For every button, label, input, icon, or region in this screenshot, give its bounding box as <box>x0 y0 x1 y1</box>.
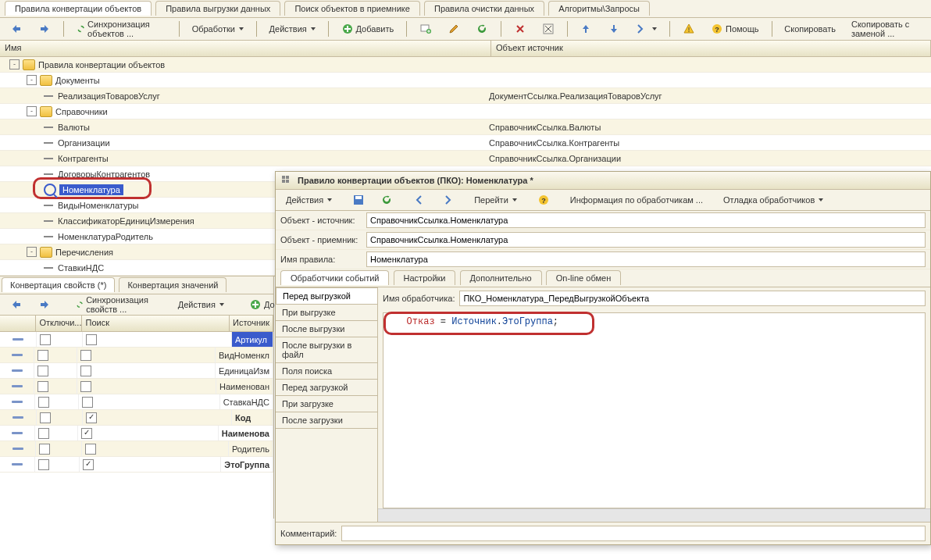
disable-checkbox[interactable] <box>37 381 48 392</box>
disable-checkbox[interactable] <box>40 412 51 423</box>
handler-item[interactable]: Перед выгрузкой <box>276 287 377 305</box>
tab-extra[interactable]: Дополнительно <box>460 270 542 285</box>
popup-help-button[interactable]: ? <box>532 191 555 209</box>
prop-table-body[interactable]: АртикулВидНоменклЕдиницаИзмНаименованСта… <box>0 332 273 473</box>
handler-item[interactable]: При загрузке <box>276 396 377 412</box>
prop-row[interactable]: ВидНоменкл <box>0 348 273 363</box>
col-name[interactable]: Имя <box>0 41 491 56</box>
scrollbar-area[interactable] <box>378 508 930 519</box>
prop-row[interactable]: ЕдиницаИзм <box>0 363 273 379</box>
refresh2-button[interactable] <box>375 191 398 209</box>
prop-source-cell[interactable]: Наименован <box>216 379 273 394</box>
prop-source-cell[interactable]: Наименова <box>219 426 273 441</box>
save-button[interactable] <box>347 191 370 209</box>
disable-checkbox[interactable] <box>38 459 49 470</box>
prop-row[interactable]: Артикул <box>0 332 273 348</box>
prop-row[interactable]: ЭтоГруппа <box>0 457 273 473</box>
tree-expander[interactable]: - <box>9 59 20 70</box>
tab-online[interactable]: On-line обмен <box>546 270 621 285</box>
add-button[interactable]: Добавить <box>336 20 400 38</box>
col-off[interactable]: Отключи... <box>36 316 82 331</box>
nav-back-button[interactable] <box>5 20 28 38</box>
dst-object-input[interactable] <box>366 232 926 248</box>
sync-props-button[interactable]: Синхронизация свойств ... <box>70 295 159 314</box>
prop-row[interactable]: Родитель <box>0 441 273 457</box>
help-button[interactable]: ?Помощь <box>705 20 765 38</box>
tab-settings[interactable]: Настройки <box>394 270 456 285</box>
col-src[interactable]: Источник <box>230 316 273 331</box>
handler-item[interactable]: Поля поиска <box>276 363 377 380</box>
search-checkbox[interactable] <box>85 444 96 455</box>
handler-item[interactable]: Перед загрузкой <box>276 380 377 396</box>
copy-replace-button[interactable]: Скопировать с заменой ... <box>846 20 931 38</box>
goto-button[interactable]: Перейти <box>469 191 523 209</box>
tree-expander[interactable]: - <box>27 75 37 85</box>
nav-fwd-button[interactable] <box>33 295 56 314</box>
prop-row[interactable]: Наименован <box>0 379 273 394</box>
search-checkbox[interactable] <box>80 350 91 361</box>
prop-row[interactable]: Наименова <box>0 426 273 441</box>
tree-row[interactable]: РеализацияТоваровУслугДокументСсылка.Реа… <box>0 88 931 104</box>
col-source[interactable]: Объект источник <box>491 41 931 56</box>
actions-button[interactable]: Действия <box>264 20 321 38</box>
handler-info-button[interactable]: Информация по обработчикам ... <box>565 191 708 209</box>
handlers-button[interactable]: Обработки <box>187 20 249 38</box>
prop-actions-button[interactable]: Действия <box>173 295 230 314</box>
tree-row[interactable]: -Правила конвертации объектов <box>0 57 931 73</box>
col-find[interactable]: Поиск <box>82 316 230 331</box>
col-mark[interactable] <box>0 316 36 331</box>
move-up-button[interactable] <box>574 20 597 38</box>
move-button[interactable] <box>630 20 662 38</box>
disable-checkbox[interactable] <box>38 397 49 408</box>
prop-row[interactable]: СтавкаНДС <box>0 394 273 410</box>
popup-titlebar[interactable]: Правило конвертации объектов (ПКО): Номе… <box>276 172 930 190</box>
search-checkbox[interactable] <box>86 334 97 345</box>
tree-row[interactable]: -Справочники <box>0 104 931 119</box>
new-row-button[interactable] <box>414 20 437 38</box>
warn-button[interactable]: ! <box>677 20 701 38</box>
refresh-button[interactable] <box>470 20 494 38</box>
delete-button[interactable] <box>508 20 532 38</box>
sync-objects-button[interactable]: Синхронизация объектов ... <box>71 20 172 38</box>
tree-row[interactable]: КонтрагентыСправочникСсылка.Организации <box>0 151 931 166</box>
prop-source-cell[interactable]: ЕдиницаИзм <box>216 363 273 378</box>
search-checkbox[interactable] <box>81 428 92 439</box>
popup-actions-button[interactable]: Действия <box>280 191 337 209</box>
nav-fwd-button[interactable] <box>33 20 56 38</box>
tab-convert-values[interactable]: Конвертация значений <box>119 277 227 292</box>
tab-cleanup[interactable]: Правила очистки данных <box>424 1 544 16</box>
disable-checkbox[interactable] <box>37 366 48 376</box>
tree-row[interactable]: ОрганизацииСправочникСсылка.Контрагенты <box>0 135 931 151</box>
prop-source-cell[interactable]: Артикул <box>232 332 273 347</box>
search-checkbox[interactable] <box>80 381 91 392</box>
tree-row[interactable]: -Документы <box>0 73 931 88</box>
tree-expander[interactable]: - <box>27 106 37 116</box>
prop-row[interactable]: Код <box>0 410 273 426</box>
copy-button[interactable]: Скопировать <box>779 20 841 38</box>
prev-button[interactable] <box>408 191 431 209</box>
move-down-button[interactable] <box>602 20 626 38</box>
code-editor[interactable]: Отказ = Источник.ЭтоГруппа; <box>383 312 926 508</box>
src-object-input[interactable] <box>366 212 926 228</box>
prop-source-cell[interactable]: ВидНоменкл <box>216 348 273 362</box>
search-checkbox[interactable] <box>82 397 93 408</box>
handler-item[interactable]: После выгрузки в файл <box>276 337 377 363</box>
tree-row[interactable]: ВалютыСправочникСсылка.Валюты <box>0 119 931 135</box>
tree-expander[interactable]: - <box>27 247 37 257</box>
cross-button[interactable] <box>537 20 560 38</box>
disable-checkbox[interactable] <box>38 428 49 439</box>
handler-item[interactable]: После загрузки <box>276 412 377 429</box>
disable-checkbox[interactable] <box>39 444 50 455</box>
prop-source-cell[interactable]: Код <box>232 410 273 425</box>
tab-export-rules[interactable]: Правила выгрузки данных <box>155 1 280 16</box>
tab-search[interactable]: Поиск объектов в приемнике <box>284 1 420 16</box>
search-checkbox[interactable] <box>86 412 97 423</box>
search-checkbox[interactable] <box>83 459 94 470</box>
disable-checkbox[interactable] <box>37 350 48 361</box>
prop-source-cell[interactable]: Родитель <box>229 441 273 456</box>
tab-handlers[interactable]: Обработчики событий <box>280 270 389 285</box>
handler-item[interactable]: При выгрузке <box>276 305 377 321</box>
nav-back-button[interactable] <box>5 295 28 314</box>
edit-button[interactable] <box>442 20 466 38</box>
handler-item[interactable]: После выгрузки <box>276 321 377 337</box>
